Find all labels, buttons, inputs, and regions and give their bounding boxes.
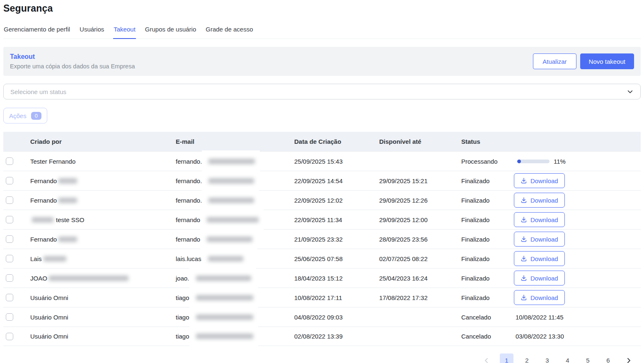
pagination-page-3[interactable]: 3 bbox=[540, 353, 554, 363]
redacted-email bbox=[207, 237, 252, 242]
email-text: tiago bbox=[176, 314, 189, 321]
chevron-down-icon bbox=[627, 88, 634, 95]
created-by-cell: teste SSO bbox=[30, 216, 176, 223]
created-by-text: Fernando bbox=[30, 197, 57, 204]
action-cell: Download bbox=[511, 290, 641, 305]
download-icon bbox=[521, 255, 527, 262]
action-cell: Download bbox=[511, 212, 641, 227]
created-by-cell: Fernando bbox=[30, 177, 176, 184]
row-checkbox[interactable] bbox=[6, 196, 13, 204]
email-text: fernando. bbox=[176, 197, 202, 204]
download-button[interactable]: Download bbox=[514, 193, 565, 208]
tab-grade-de-acesso[interactable]: Grade de acesso bbox=[205, 23, 253, 39]
created-by-text: Lais bbox=[30, 255, 42, 262]
canceled-date-text: 03/08/2022 13:30 bbox=[514, 333, 564, 340]
tab-bar: Gerenciamento de perfil Usuários Takeout… bbox=[3, 23, 641, 39]
created-by-text: Tester Fernando bbox=[30, 158, 75, 165]
tab-grupos-de-usuario[interactable]: Grupos de usuário bbox=[145, 23, 196, 39]
created-by-cell: Fernando bbox=[30, 197, 176, 204]
redacted-email bbox=[196, 276, 251, 281]
pagination-next-icon[interactable] bbox=[622, 353, 635, 363]
column-header-criado-por: Criado por bbox=[30, 138, 176, 145]
security-page: Segurança Gerenciamento de perfil Usuári… bbox=[0, 0, 644, 363]
download-icon bbox=[521, 275, 527, 281]
download-button[interactable]: Download bbox=[514, 271, 565, 286]
pagination-page-4[interactable]: 4 bbox=[561, 353, 574, 363]
row-checkbox[interactable] bbox=[6, 177, 13, 184]
progress-percent-label: 11% bbox=[554, 158, 566, 165]
row-checkbox[interactable] bbox=[6, 235, 13, 243]
created-by-cell: Tester Fernando bbox=[30, 158, 176, 165]
redacted-name bbox=[32, 217, 53, 223]
created-by-text: Fernando bbox=[30, 236, 57, 243]
email-cell: joao. bbox=[176, 275, 294, 282]
download-button[interactable]: Download bbox=[514, 232, 565, 247]
table-row: Usuário Omnitiago10/08/2022 17:1117/08/2… bbox=[3, 288, 641, 307]
row-checkbox[interactable] bbox=[6, 255, 13, 262]
status-select[interactable]: Selecione um status bbox=[3, 84, 641, 99]
redacted-email-area bbox=[201, 248, 248, 270]
redacted-email-area bbox=[202, 170, 259, 192]
takeout-banner-title: Takeout bbox=[10, 53, 135, 60]
table-row: Fernandofernando.22/09/2025 12:0229/09/2… bbox=[3, 190, 641, 210]
status-select-placeholder: Selecione um status bbox=[10, 88, 66, 95]
email-text: fernando. bbox=[176, 158, 202, 165]
redacted-name bbox=[44, 256, 66, 261]
pagination-page-2[interactable]: 2 bbox=[520, 353, 534, 363]
created-by-text: Usuário Omni bbox=[30, 294, 68, 301]
banner-actions: Atualizar Novo takeout bbox=[533, 53, 634, 69]
email-cell: tiago bbox=[176, 294, 294, 301]
row-checkbox[interactable] bbox=[6, 274, 13, 282]
table-header: Criado por E-mail Data de Criação Dispon… bbox=[3, 132, 641, 151]
available-until-cell: 29/09/2025 12:00 bbox=[379, 216, 461, 223]
download-icon bbox=[521, 216, 527, 223]
created-by-text: Usuário Omni bbox=[30, 333, 68, 340]
status-cell: Finalizado bbox=[461, 255, 511, 262]
redacted-name bbox=[49, 276, 128, 281]
table-row: Usuário Omnitiago04/08/2022 09:03Cancela… bbox=[3, 307, 641, 327]
table-body: Tester Fernandofernando.25/09/2025 15:43… bbox=[3, 151, 641, 346]
pagination-prev-icon[interactable] bbox=[479, 353, 493, 363]
pagination-page-6[interactable]: 6 bbox=[601, 353, 615, 363]
created-by-text: Usuário Omni bbox=[30, 314, 68, 321]
status-cell: Cancelado bbox=[461, 314, 511, 321]
actions-button[interactable]: Ações 0 bbox=[3, 108, 47, 123]
tab-gerenciamento-de-perfil[interactable]: Gerenciamento de perfil bbox=[3, 23, 70, 39]
row-checkbox[interactable] bbox=[6, 333, 13, 340]
status-cell: Finalizado bbox=[461, 177, 511, 184]
status-cell: Finalizado bbox=[461, 275, 511, 282]
row-checkbox[interactable] bbox=[6, 313, 13, 321]
row-checkbox[interactable] bbox=[6, 157, 13, 165]
row-checkbox[interactable] bbox=[6, 216, 13, 223]
status-cell: Finalizado bbox=[461, 197, 511, 204]
download-button[interactable]: Download bbox=[514, 251, 565, 266]
pagination-page-5[interactable]: 5 bbox=[581, 353, 595, 363]
row-checkbox[interactable] bbox=[6, 294, 13, 301]
action-cell: 10/08/2022 11:45 bbox=[511, 314, 641, 321]
created-date-cell: 10/08/2022 17:11 bbox=[294, 294, 379, 301]
download-button[interactable]: Download bbox=[514, 173, 565, 188]
new-takeout-button[interactable]: Novo takeout bbox=[580, 53, 634, 69]
download-button[interactable]: Download bbox=[514, 290, 565, 305]
table-row: Tester Fernandofernando.25/09/2025 15:43… bbox=[3, 151, 641, 171]
action-cell: 11% bbox=[511, 158, 641, 165]
refresh-button[interactable]: Atualizar bbox=[533, 53, 576, 69]
created-by-cell: Usuário Omni bbox=[30, 314, 176, 321]
tab-takeout[interactable]: Takeout bbox=[113, 23, 136, 39]
redacted-email-area bbox=[202, 189, 259, 211]
download-button[interactable]: Download bbox=[514, 212, 565, 227]
checkbox-cell bbox=[3, 177, 30, 184]
download-button-label: Download bbox=[530, 216, 558, 223]
pagination-page-1[interactable]: 1 bbox=[500, 353, 513, 363]
checkbox-cell bbox=[3, 196, 30, 204]
table-row: JOAOjoao.18/04/2023 15:1225/04/2023 16:2… bbox=[3, 268, 641, 288]
download-button-label: Download bbox=[530, 294, 558, 301]
created-by-text: teste SSO bbox=[56, 216, 84, 223]
action-cell: Download bbox=[511, 173, 641, 188]
action-cell: Download bbox=[511, 193, 641, 208]
tab-usuarios[interactable]: Usuários bbox=[79, 23, 104, 39]
created-by-text: JOAO bbox=[30, 275, 47, 282]
checkbox-cell bbox=[3, 333, 30, 340]
takeout-banner-subtitle: Exporte uma cópia dos dados da sua Empre… bbox=[10, 63, 135, 70]
table-row: Fernandofernando21/09/2025 23:3228/09/20… bbox=[3, 229, 641, 249]
